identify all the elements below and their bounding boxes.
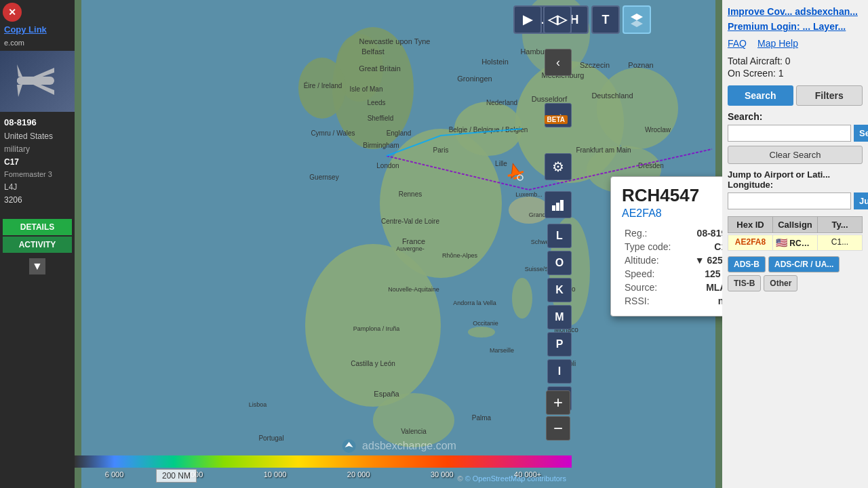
- total-aircraft-label: Total Aircraft:: [728, 56, 783, 66]
- svg-marker-4: [17, 85, 22, 97]
- svg-text:Deutschland: Deutschland: [591, 92, 633, 100]
- svg-text:Lille: Lille: [495, 160, 507, 167]
- i-button[interactable]: I: [547, 359, 572, 384]
- t-button[interactable]: T: [591, 5, 620, 34]
- swap-button[interactable]: ◁▷: [543, 5, 572, 34]
- map-help-link[interactable]: Map Help: [757, 38, 798, 49]
- svg-point-18: [509, 197, 549, 224]
- svg-text:Paris: Paris: [433, 146, 449, 154]
- svg-rect-86: [560, 200, 564, 211]
- o-button[interactable]: O: [547, 251, 572, 275]
- popup-altitude-row: Altitude: ▼ 625 ft: [622, 253, 722, 267]
- svg-text:Rhône-Alpes: Rhône-Alpes: [442, 252, 478, 259]
- hex-cell: AE2FA8: [728, 235, 773, 250]
- k-button[interactable]: K: [547, 278, 572, 302]
- logo-icon: [340, 438, 357, 454]
- copy-link[interactable]: Copy Link: [0, 22, 75, 37]
- details-button[interactable]: DETAILS: [3, 219, 72, 235]
- close-button[interactable]: ✕: [3, 3, 22, 22]
- popup-reg-row: Reg.: 08-8196: [622, 226, 722, 240]
- flag-icon: 🇺🇸: [776, 237, 787, 248]
- activity-button[interactable]: ACTIVITY: [3, 237, 72, 253]
- filters-tab-button[interactable]: Filters: [796, 85, 863, 106]
- type-value: C17: [684, 240, 722, 253]
- improve-coverage-link[interactable]: Improve Cov... adsbexchan...: [728, 5, 863, 18]
- jump-button[interactable]: Jum...: [854, 192, 868, 209]
- col-callsign[interactable]: Callsign: [773, 217, 818, 232]
- role: Fomemaster 3: [4, 169, 71, 181]
- svg-text:Portugal: Portugal: [258, 434, 283, 442]
- adsc-button[interactable]: ADS-C/R / UA...: [768, 256, 840, 272]
- col-hex[interactable]: Hex ID: [728, 217, 773, 232]
- search-input[interactable]: [728, 125, 851, 142]
- svg-text:Auvergne-: Auvergne-: [396, 245, 425, 252]
- registration: 08-8196: [4, 116, 71, 130]
- watermark-text: adsbexchange.com: [362, 440, 456, 452]
- p-button[interactable]: P: [547, 332, 572, 357]
- action-buttons: DETAILS ACTIVITY: [0, 216, 75, 256]
- left-panel: ✕ Copy Link e.com 08-8196 United States …: [0, 0, 75, 488]
- zoom-out-button[interactable]: −: [546, 416, 570, 441]
- popup-hex: AE2FA8: [622, 207, 722, 220]
- svg-text:England: England: [387, 129, 412, 137]
- table-row[interactable]: AE2FA8 🇺🇸 RCH4547 C1...: [728, 235, 863, 251]
- source-value: MLAT: [684, 281, 722, 294]
- faq-link[interactable]: FAQ: [728, 38, 747, 49]
- speed-label: Speed:: [622, 267, 684, 281]
- scroll-controls: ▼: [0, 258, 75, 274]
- reg-label: Reg.:: [622, 226, 684, 240]
- svg-text:France: France: [402, 237, 425, 245]
- svg-text:Frankfurt am Main: Frankfurt am Main: [576, 146, 631, 154]
- svg-text:Centre-Val de Loire: Centre-Val de Loire: [381, 218, 439, 225]
- alt-label-5: 30 000: [431, 470, 454, 479]
- jump-input[interactable]: [728, 192, 851, 209]
- forward-button[interactable]: ▶: [513, 5, 542, 34]
- svg-text:Newcastle upon Tyne: Newcastle upon Tyne: [359, 37, 431, 45]
- aircraft-popup: RCH4547 AE2FA8 Reg.: 08-8196 Type code: …: [610, 176, 722, 317]
- right-panel: Improve Cov... adsbexchan... Premium Log…: [722, 0, 868, 488]
- premium-login-link[interactable]: Premium Login: ... Layer...: [728, 20, 863, 33]
- arrow-navigation: ▶ ◁▷: [513, 5, 572, 34]
- svg-text:Guernsey: Guernsey: [309, 174, 338, 181]
- map-area[interactable]: Belfast Newcastle upon Tyne Great Britai…: [75, 0, 722, 488]
- clear-search-button[interactable]: Clear Search: [728, 146, 863, 164]
- settings-button[interactable]: ⚙: [545, 153, 572, 180]
- callsign-cell: 🇺🇸 RCH4547: [773, 235, 818, 250]
- svg-point-19: [468, 327, 495, 338]
- jump-label: Jump to Airport or Lati... Longitude:: [728, 169, 863, 190]
- reg-value: 08-8196: [684, 226, 722, 240]
- osm-link[interactable]: © OpenStreetMap contributors: [465, 474, 566, 483]
- other-button[interactable]: Other: [764, 275, 797, 291]
- adsb-button[interactable]: ADS-B: [728, 256, 766, 272]
- layer-button[interactable]: [623, 5, 651, 34]
- svg-text:Leeds: Leeds: [367, 99, 385, 106]
- svg-point-15: [597, 68, 678, 149]
- altitude-label: Altitude:: [622, 253, 684, 267]
- aircraft-thumbnail: [0, 51, 75, 112]
- map-filter-buttons: L O K M P I R: [547, 224, 572, 411]
- aircraft-info: 08-8196 United States military C17 Fomem…: [0, 112, 75, 211]
- scroll-down-button[interactable]: ▼: [29, 258, 45, 274]
- svg-text:España: España: [374, 390, 399, 398]
- country: United States: [4, 130, 71, 143]
- svg-point-20: [512, 278, 532, 319]
- svg-text:Éire / Ireland: Éire / Ireland: [304, 81, 342, 89]
- svg-text:Poznan: Poznan: [628, 61, 653, 69]
- m-button[interactable]: M: [547, 305, 572, 329]
- center-button[interactable]: [545, 191, 572, 218]
- svg-rect-85: [556, 203, 559, 211]
- total-aircraft-stat: Total Aircraft: 0: [728, 56, 863, 66]
- squawk: L4J: [4, 181, 71, 194]
- search-go-button[interactable]: Sea...: [854, 125, 868, 142]
- col-type[interactable]: Ty...: [818, 217, 862, 232]
- svg-text:Szczecin: Szczecin: [580, 61, 610, 69]
- tisb-button[interactable]: TIS-B: [728, 275, 761, 291]
- l-button[interactable]: L: [547, 224, 572, 248]
- search-tab-button[interactable]: Search: [728, 85, 793, 106]
- zoom-in-button[interactable]: +: [546, 390, 570, 415]
- link-url: e.com: [0, 37, 75, 48]
- jump-row: Jum...: [728, 192, 863, 209]
- popup-source-row: Source: MLAT: [622, 281, 722, 294]
- back-button[interactable]: ‹: [545, 49, 572, 76]
- on-screen-label: On Screen:: [728, 68, 776, 79]
